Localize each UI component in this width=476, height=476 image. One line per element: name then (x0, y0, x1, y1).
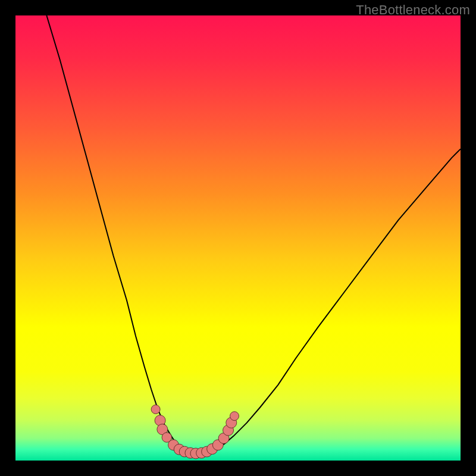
data-marker (230, 412, 239, 421)
curve-left-arm (46, 15, 196, 455)
chart-frame (15, 15, 461, 461)
curve-right-arm (196, 149, 461, 455)
chart-curves (15, 15, 461, 461)
data-marker (151, 405, 160, 414)
